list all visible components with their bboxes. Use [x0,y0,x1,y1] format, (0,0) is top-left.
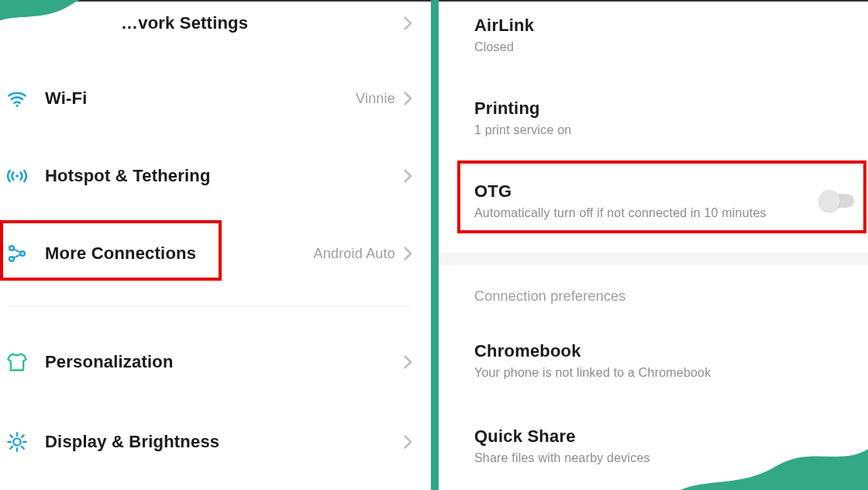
settings-item-wifi[interactable]: Wi-Fi Vinnie [0,83,431,114]
section-label: Connection preferences [474,288,626,305]
chevron-right-icon [403,168,412,184]
item-value: Android Auto [314,246,395,262]
right-panel: AirLink Closed Printing 1 print service … [439,2,868,490]
sun-icon [6,431,28,453]
item-label: Display & Brightness [45,432,403,452]
highlight-more-connections [0,220,222,281]
item-label: Printing [474,98,868,119]
svg-point-0 [16,105,18,107]
chevron-right-icon [403,246,412,261]
settings-item-display[interactable]: Display & Brightness [0,426,431,457]
svg-line-13 [22,435,24,437]
svg-line-10 [10,435,12,437]
settings-item-network[interactable]: …vork Settings [0,8,431,39]
svg-line-12 [10,447,12,449]
item-label: Hotspot & Tethering [45,166,403,186]
separator [8,305,411,306]
decorative-wave-bottom-right [666,405,868,490]
settings-item-printing[interactable]: Printing 1 print service on [439,98,868,137]
settings-item-personalization[interactable]: Personalization [0,347,431,378]
tshirt-icon [6,351,28,373]
item-label: Chromebook [474,341,868,361]
item-sub: 1 print service on [474,123,868,137]
settings-item-airlink[interactable]: AirLink Closed [439,16,868,54]
left-panel: …vork Settings Wi-Fi Vinnie [0,2,431,490]
wifi-icon [6,88,28,109]
hotspot-icon [6,165,28,187]
chevron-right-icon [403,91,412,106]
settings-item-chromebook[interactable]: Chromebook Your phone is not linked to a… [439,341,868,380]
item-label: …vork Settings [121,13,403,33]
item-label: Wi-Fi [45,88,356,109]
panel-divider [431,0,439,490]
blank-icon [6,12,28,34]
settings-item-hotspot[interactable]: Hotspot & Tethering [0,160,431,192]
item-label: Personalization [45,352,403,372]
section-gap [439,253,868,265]
highlight-otg [457,160,866,233]
chevron-right-icon [403,434,412,450]
item-label: AirLink [474,16,868,36]
section-header-connection-preferences: Connection preferences [439,288,868,305]
svg-line-11 [22,447,24,449]
svg-point-5 [13,438,20,445]
chevron-right-icon [403,16,412,31]
item-value: Vinnie [356,91,395,107]
item-sub: Your phone is not linked to a Chromebook [474,366,868,380]
chevron-right-icon [403,354,412,370]
svg-point-1 [16,174,19,178]
item-sub: Closed [474,40,868,54]
